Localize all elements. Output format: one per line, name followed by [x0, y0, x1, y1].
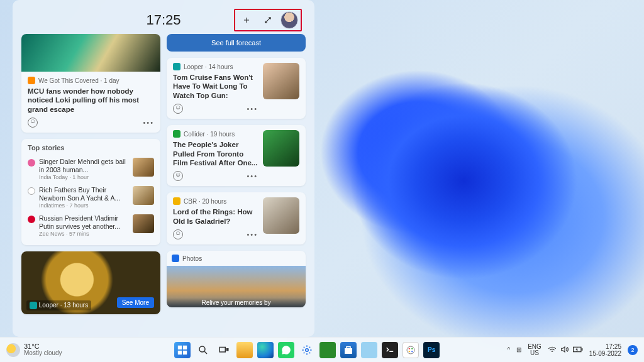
see-more-button[interactable]: See More: [117, 297, 154, 308]
news-title: Tom Cruise Fans Won't Have To Wait Long …: [173, 73, 258, 100]
file-explorer-icon[interactable]: [236, 342, 253, 358]
expand-widgets-button[interactable]: [259, 11, 277, 29]
top-stories-title: Top stories: [28, 144, 154, 151]
svg-rect-2: [178, 350, 182, 354]
ms-store-icon[interactable]: [340, 342, 357, 358]
story-source: India Today · 1 hour: [39, 174, 129, 181]
search-button[interactable]: [195, 342, 211, 358]
svg-rect-0: [178, 345, 182, 349]
news-large-image: See More Looper · 13 hours: [21, 251, 160, 314]
react-icon[interactable]: [28, 118, 38, 128]
taskbar: 31°C Mostly cloudy Ps ^ ⊞ ENG US: [0, 337, 644, 362]
svg-rect-5: [219, 347, 225, 352]
news-thumb: [263, 130, 299, 167]
taskbar-apps: Ps: [107, 342, 507, 358]
lang-bottom: US: [530, 350, 539, 356]
weather-desc: Mostly cloudy: [24, 350, 62, 356]
story-thumb: [133, 214, 154, 233]
wifi-icon[interactable]: [548, 346, 557, 354]
source-icon: [28, 159, 35, 167]
source-label: CBR · 20 hours: [184, 198, 226, 205]
svg-rect-6: [226, 348, 229, 351]
notification-badge[interactable]: 2: [628, 345, 638, 355]
news-source: We Got This Covered · 1 day: [28, 77, 154, 84]
svg-point-8: [407, 346, 414, 354]
news-card[interactable]: CBR · 20 hours Lord of the Rings: How Ol…: [167, 192, 306, 244]
svg-point-12: [411, 351, 413, 352]
weather-icon: [6, 343, 20, 357]
see-full-forecast-button[interactable]: See full forecast: [167, 34, 306, 52]
react-icon[interactable]: [173, 229, 183, 239]
more-button[interactable]: •••: [247, 172, 258, 180]
widgets-clock: 17:25: [146, 12, 180, 28]
more-button[interactable]: •••: [247, 105, 258, 112]
news-thumb: [263, 63, 299, 99]
photos-caption: Relive your memories by: [167, 298, 306, 307]
news-card[interactable]: Looper · 14 hours Tom Cruise Fans Won't …: [167, 58, 306, 119]
source-label: Collider · 19 hours: [184, 131, 235, 138]
news-title: Lord of the Rings: How Old Is Galadriel?: [173, 207, 258, 226]
widgets-toolbar-highlight: [234, 9, 302, 31]
news-title: The People's Joker Pulled From Toronto F…: [173, 140, 258, 167]
taskbar-weather[interactable]: 31°C Mostly cloudy: [0, 343, 107, 357]
svg-rect-1: [183, 345, 187, 349]
taskbar-clock[interactable]: 17:25 15-09-2022: [589, 343, 621, 357]
story-source: Indiatimes · 7 hours: [39, 202, 129, 209]
react-icon[interactable]: [173, 104, 183, 114]
onedrive-icon: [172, 255, 179, 262]
battery-icon[interactable]: [573, 346, 583, 354]
whatsapp-icon[interactable]: [278, 342, 294, 358]
widgets-columns: We Got This Covered · 1 day MCU fans won…: [21, 34, 306, 333]
tray-input-icon[interactable]: ⊞: [516, 346, 521, 353]
news-card[interactable]: Collider · 19 hours The People's Joker P…: [167, 125, 306, 186]
svg-point-11: [409, 351, 410, 352]
photos-image: Relive your memories by: [167, 266, 306, 307]
clock-date: 15-09-2022: [589, 350, 621, 357]
story-thumb: [133, 186, 154, 205]
story-source: Zee News · 57 mins: [39, 231, 129, 238]
react-icon[interactable]: [173, 171, 183, 181]
start-button[interactable]: [174, 342, 191, 358]
source-text: Looper · 13 hours: [39, 302, 88, 309]
top-stories-card: Top stories Singer Daler Mehndi gets bai…: [21, 139, 160, 245]
news-hero-image: [21, 34, 160, 72]
edge-icon[interactable]: [257, 342, 274, 358]
photoshop-icon[interactable]: Ps: [423, 342, 440, 358]
settings-icon[interactable]: [299, 342, 315, 358]
widgets-header: 17:25: [21, 6, 306, 34]
clock-time: 17:25: [606, 343, 621, 350]
more-button[interactable]: •••: [247, 231, 258, 238]
speaker-icon[interactable]: [560, 346, 569, 354]
news-card-hero[interactable]: We Got This Covered · 1 day MCU fans won…: [21, 34, 160, 133]
news-card-large[interactable]: See More Looper · 13 hours: [21, 251, 160, 314]
news-thumb: [263, 197, 299, 234]
photos-widget[interactable]: Photos Relive your memories by: [167, 251, 306, 307]
app-green-icon[interactable]: [319, 342, 336, 358]
user-avatar[interactable]: [280, 11, 298, 29]
source-icon: [173, 130, 180, 138]
more-button[interactable]: •••: [143, 119, 154, 126]
story-thumb: [133, 158, 154, 177]
source-label: Looper · 14 hours: [184, 63, 233, 70]
notepad-icon[interactable]: [361, 342, 377, 358]
svg-rect-3: [183, 350, 187, 354]
svg-point-9: [409, 348, 410, 349]
taskbar-system-tray: ^ ⊞ ENG US 17:25 15-09-2022 2: [507, 343, 644, 357]
task-view-button[interactable]: [216, 342, 232, 358]
source-icon: [173, 197, 180, 205]
top-story-row[interactable]: Singer Daler Mehndi gets bail in 2003 hu…: [28, 155, 154, 184]
story-title: Rich Fathers Buy Their Newborn Son A Yac…: [39, 186, 129, 202]
widgets-col-left: We Got This Covered · 1 day MCU fans won…: [21, 34, 160, 333]
paint-icon[interactable]: [402, 342, 419, 358]
photos-label: Photos: [182, 255, 202, 262]
add-widget-button[interactable]: [238, 11, 255, 29]
language-indicator[interactable]: ENG US: [528, 344, 541, 356]
widgets-col-right: See full forecast Looper · 14 hours Tom …: [167, 34, 306, 333]
svg-rect-13: [573, 347, 580, 351]
top-story-row[interactable]: Rich Fathers Buy Their Newborn Son A Yac…: [28, 184, 154, 212]
terminal-icon[interactable]: [382, 342, 398, 358]
top-story-row[interactable]: Russian President Vladimir Putin survive…: [28, 212, 154, 240]
source-icon: [28, 77, 35, 84]
tray-chevron-icon[interactable]: ^: [507, 346, 510, 353]
source-icon: [30, 302, 37, 309]
